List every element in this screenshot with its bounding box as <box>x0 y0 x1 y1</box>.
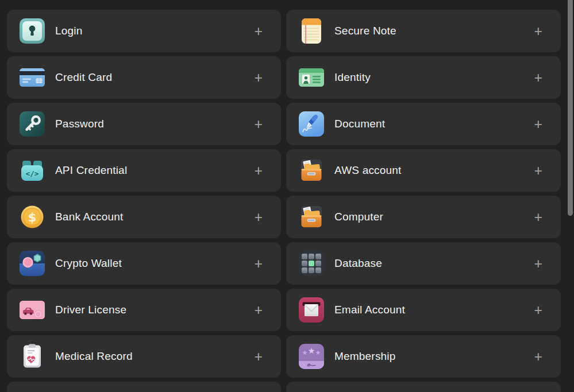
add-item-button[interactable]: + <box>253 164 264 178</box>
svg-text:★: ★ <box>315 349 321 356</box>
item-label: Membership <box>334 350 533 363</box>
item-card[interactable]: + <box>286 382 561 392</box>
item-card[interactable]: Credit Card+ <box>7 56 281 99</box>
file-drawer-icon <box>299 204 324 230</box>
item-label: AWS account <box>334 164 533 177</box>
svg-text:$: $ <box>28 211 37 224</box>
login-icon <box>20 18 45 44</box>
svg-text:</>: </> <box>26 169 39 178</box>
add-item-button[interactable]: + <box>533 210 544 224</box>
scrollbar-thumb[interactable] <box>568 0 573 216</box>
svg-text:★: ★ <box>302 349 308 356</box>
file-drawer-icon <box>299 158 324 183</box>
add-item-button[interactable]: + <box>253 71 264 85</box>
item-label: Identity <box>334 71 533 84</box>
item-label: Credit Card <box>55 71 253 84</box>
item-label: Email Account <box>334 304 533 316</box>
add-item-button[interactable]: + <box>533 257 544 271</box>
add-item-button[interactable]: + <box>253 210 264 224</box>
add-item-button[interactable]: + <box>253 117 264 131</box>
add-item-button[interactable]: + <box>533 350 544 364</box>
item-card[interactable]: Document+ <box>286 103 561 145</box>
item-card[interactable]: + <box>7 382 281 392</box>
credit-card-icon <box>20 65 45 90</box>
item-label: Login <box>55 25 253 37</box>
add-item-button[interactable]: + <box>533 164 544 178</box>
item-card[interactable]: Secure Note+ <box>286 10 561 52</box>
item-label: Driver License <box>55 304 253 316</box>
item-card[interactable]: Password+ <box>7 103 281 145</box>
add-item-button[interactable]: + <box>533 24 544 38</box>
item-label: Document <box>334 118 533 130</box>
medical-record-icon <box>20 344 45 369</box>
add-item-button[interactable]: + <box>253 303 264 317</box>
item-label: Password <box>55 118 253 130</box>
item-card[interactable]: Database+ <box>286 242 561 285</box>
api-credential-icon: </> <box>20 158 45 183</box>
item-card[interactable]: Driver License+ <box>7 289 281 331</box>
password-icon <box>20 111 45 137</box>
add-item-button[interactable]: + <box>253 350 264 364</box>
item-card[interactable]: Crypto Wallet+ <box>7 242 281 285</box>
bank-account-icon: $ <box>20 204 45 230</box>
item-label: Secure Note <box>334 25 533 37</box>
secure-note-icon <box>299 18 324 44</box>
item-card[interactable]: Medical Record+ <box>7 335 281 378</box>
driver-license-icon <box>20 297 45 323</box>
add-item-button[interactable]: + <box>533 71 544 85</box>
item-label: Medical Record <box>55 350 253 363</box>
document-icon <box>299 111 324 137</box>
add-item-button[interactable]: + <box>533 117 544 131</box>
item-label: Crypto Wallet <box>55 257 253 270</box>
item-type-grid: Login+ Secure Note+ Credit Card+ Identit… <box>7 10 561 392</box>
item-label: API Credential <box>55 164 253 177</box>
add-item-button[interactable]: + <box>533 303 544 317</box>
crypto-wallet-icon <box>20 251 45 276</box>
item-label: Database <box>334 257 533 270</box>
svg-text:★: ★ <box>308 346 315 355</box>
item-card[interactable]: AWS account+ <box>286 149 561 192</box>
identity-icon <box>299 65 324 90</box>
item-card[interactable]: Computer+ <box>286 196 561 238</box>
email-account-icon <box>299 297 324 323</box>
membership-icon: ★ ★ ★ <box>299 344 324 369</box>
item-card[interactable]: Login+ <box>7 10 281 52</box>
item-card[interactable]: Identity+ <box>286 56 561 99</box>
database-icon <box>299 251 324 276</box>
item-card[interactable]: </>API Credential+ <box>7 149 281 192</box>
item-card[interactable]: Email Account+ <box>286 289 561 331</box>
item-card[interactable]: ★ ★ ★ Membership+ <box>286 335 561 378</box>
item-label: Computer <box>334 211 533 223</box>
add-item-button[interactable]: + <box>253 24 264 38</box>
add-item-button[interactable]: + <box>253 257 264 271</box>
item-card[interactable]: $Bank Account+ <box>7 196 281 238</box>
item-label: Bank Account <box>55 211 253 223</box>
